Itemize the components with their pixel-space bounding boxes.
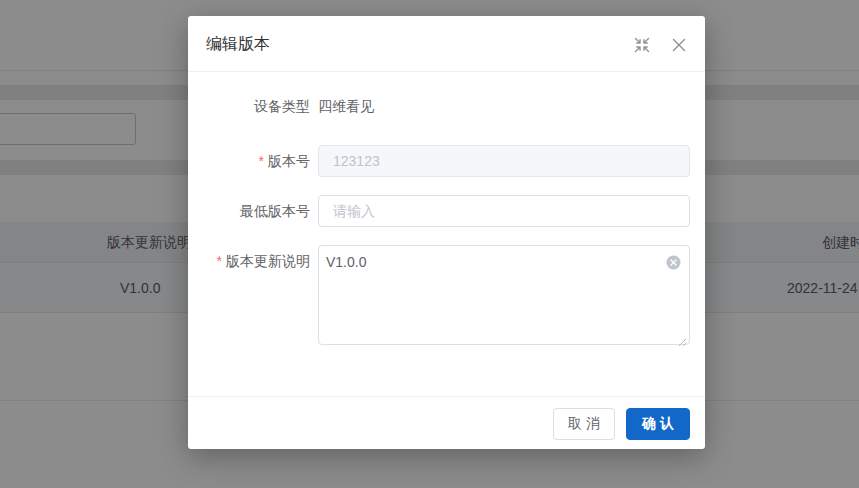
version-label: *版本号 (188, 145, 310, 177)
dialog-footer-divider (188, 396, 705, 397)
clear-release-notes-button[interactable] (665, 254, 681, 270)
form-row-release-notes: *版本更新说明 V1.0.0 (188, 245, 705, 345)
version-input (318, 145, 690, 177)
dialog-footer: 取 消 确 认 (553, 408, 690, 440)
release-notes-label: *版本更新说明 (188, 245, 310, 277)
min-version-label: 最低版本号 (188, 195, 310, 227)
fullscreen-toggle-button[interactable] (633, 36, 651, 54)
min-version-input[interactable] (318, 195, 690, 227)
cancel-button[interactable]: 取 消 (553, 408, 615, 440)
close-button[interactable] (670, 36, 688, 54)
textarea-resize-handle[interactable] (677, 333, 687, 343)
clear-circle-icon (666, 255, 681, 270)
compress-icon (634, 37, 650, 53)
form-row-min-version: 最低版本号 (188, 195, 705, 227)
confirm-button[interactable]: 确 认 (626, 408, 690, 440)
edit-version-dialog: 编辑版本 (188, 16, 705, 449)
dialog-title: 编辑版本 (206, 16, 270, 72)
device-type-label: 设备类型 (188, 90, 310, 122)
page: 版本更新说明 创建时间 V1.0.0 2022-11-24 编辑版本 (0, 0, 859, 488)
form-row-version: *版本号 (188, 145, 705, 177)
device-type-value: 四维看见 (318, 90, 374, 122)
required-mark: * (217, 253, 222, 269)
required-mark: * (259, 153, 264, 169)
close-icon (671, 37, 687, 53)
form-row-device-type: 设备类型 四维看见 (188, 90, 705, 122)
release-notes-textarea[interactable]: V1.0.0 (318, 245, 690, 345)
dialog-header: 编辑版本 (188, 16, 705, 72)
